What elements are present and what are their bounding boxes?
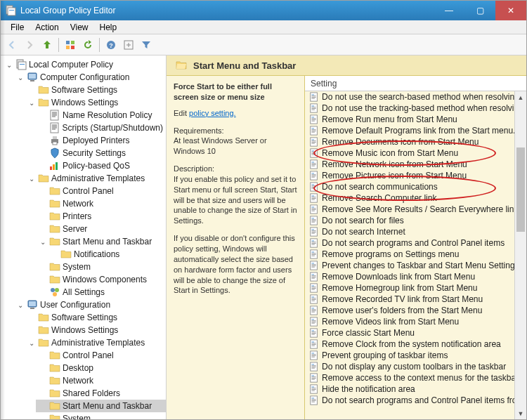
edit-policy-link[interactable]: policy setting. bbox=[189, 109, 236, 117]
expander-icon[interactable]: ⌄ bbox=[27, 339, 36, 347]
expander-icon[interactable]: ⌄ bbox=[16, 301, 25, 309]
tree-node-cc-at[interactable]: ⌄Administrative Templates bbox=[25, 172, 166, 185]
minimize-button[interactable]: — bbox=[434, 1, 464, 20]
column-header-setting[interactable]: Setting bbox=[305, 76, 526, 91]
scroll-up-button[interactable]: ▲ bbox=[515, 91, 526, 103]
tree-pane[interactable]: ⌄Local Computer Policy⌄Computer Configur… bbox=[1, 55, 167, 419]
tree-node-cc[interactable]: ⌄Computer Configuration bbox=[13, 71, 166, 84]
setting-item[interactable]: Remove Network icon from Start Menu bbox=[305, 159, 526, 170]
tree-node-root[interactable]: ⌄Local Computer Policy bbox=[2, 58, 166, 71]
tree-label: Start Menu and Taskbar bbox=[63, 401, 152, 411]
tree-node-uc-at-4[interactable]: Start Menu and Taskbar bbox=[36, 400, 166, 412]
setting-item[interactable]: Do not use the tracking-based method whe… bbox=[305, 103, 526, 114]
setting-item[interactable]: Prevent changes to Taskbar and Start Men… bbox=[305, 260, 526, 271]
tree-node-cc-at-0[interactable]: Control Panel bbox=[36, 185, 166, 197]
tree-node-cc-at-7[interactable]: All Settings bbox=[36, 286, 166, 298]
tree-node-cc-ws-2[interactable]: Deployed Printers bbox=[36, 134, 166, 147]
expander-icon[interactable]: ⌄ bbox=[27, 174, 36, 183]
menu-view[interactable]: View bbox=[65, 21, 94, 34]
setting-item[interactable]: Do not display any custom toolbars in th… bbox=[305, 361, 526, 372]
tree-node-uc-at[interactable]: ⌄Administrative Templates bbox=[25, 336, 166, 349]
expander-icon[interactable]: ⌄ bbox=[39, 237, 47, 246]
setting-item[interactable]: Remove user's folders from the Start Men… bbox=[305, 305, 526, 316]
setting-item[interactable]: Remove See More Results / Search Everywh… bbox=[305, 204, 526, 215]
setting-item[interactable]: Remove Search Computer link bbox=[305, 192, 526, 204]
setting-item[interactable]: Remove Clock from the system notificatio… bbox=[305, 339, 526, 350]
tree-label: Server bbox=[63, 224, 87, 234]
setting-item[interactable]: Remove Homegroup link from Start Menu bbox=[305, 282, 526, 294]
policy-icon bbox=[309, 193, 319, 203]
setting-item[interactable]: Do not search for files bbox=[305, 215, 526, 226]
policy-icon bbox=[309, 373, 319, 383]
setting-item[interactable]: Remove Recorded TV link from Start Menu bbox=[305, 294, 526, 305]
menu-action[interactable]: Action bbox=[30, 21, 64, 34]
settings-list[interactable]: Setting Do not use the search-based meth… bbox=[304, 76, 526, 419]
setting-item[interactable]: Remove Default Programs link from the St… bbox=[305, 125, 526, 136]
expander-icon[interactable]: ⌄ bbox=[5, 60, 13, 69]
up-icon bbox=[41, 39, 53, 51]
maximize-button[interactable]: ▢ bbox=[464, 1, 495, 20]
computer-icon bbox=[27, 299, 38, 310]
setting-item[interactable]: Do not search programs and Control Panel… bbox=[305, 395, 526, 406]
setting-item[interactable]: Do not search Internet bbox=[305, 226, 526, 237]
setting-item[interactable]: Do not use the search-based method when … bbox=[305, 91, 526, 103]
close-button[interactable]: ✕ bbox=[495, 1, 526, 20]
menu-help[interactable]: Help bbox=[94, 21, 123, 34]
setting-item[interactable]: Remove programs on Settings menu bbox=[305, 249, 526, 260]
description-text-1: If you enable this policy and set it to … bbox=[174, 175, 297, 225]
up-button[interactable] bbox=[39, 37, 56, 53]
tree-node-uc-at-2[interactable]: Network bbox=[36, 374, 166, 387]
setting-item[interactable]: Remove Pictures icon from Start Menu bbox=[305, 170, 526, 181]
menu-file[interactable]: File bbox=[5, 21, 30, 34]
tree-node-cc-at-4[interactable]: ⌄Start Menu and Taskbar bbox=[36, 235, 166, 248]
tree-node-cc-at-2[interactable]: Printers bbox=[36, 210, 166, 223]
folder-icon bbox=[38, 173, 49, 184]
scroll-thumb[interactable] bbox=[516, 147, 525, 232]
export-button[interactable] bbox=[120, 37, 137, 53]
setting-item[interactable]: Remove access to the context menus for t… bbox=[305, 372, 526, 383]
folder-icon bbox=[49, 375, 60, 386]
setting-item[interactable]: Remove Run menu from Start Menu bbox=[305, 114, 526, 125]
help-button[interactable] bbox=[103, 37, 119, 53]
tree-node-cc-at-notif[interactable]: Notifications bbox=[47, 248, 166, 261]
tree-node-cc-ws-1[interactable]: Scripts (Startup/Shutdown) bbox=[36, 122, 166, 134]
setting-item[interactable]: Prevent grouping of taskbar items bbox=[305, 350, 526, 361]
refresh-button[interactable] bbox=[79, 37, 96, 53]
setting-item[interactable]: Do not search communications bbox=[305, 181, 526, 192]
setting-item[interactable]: Remove Music icon from Start Menu bbox=[305, 147, 526, 159]
tree-node-cc-ws-4[interactable]: Policy-based QoS bbox=[36, 159, 166, 172]
tree-node-cc-ws-0[interactable]: Name Resolution Policy bbox=[36, 109, 166, 122]
folder-icon bbox=[49, 274, 60, 285]
show-hide-button[interactable] bbox=[62, 37, 79, 53]
tree-node-cc-at-5[interactable]: System bbox=[36, 261, 166, 273]
tree-node-uc-at-5[interactable]: System bbox=[36, 412, 166, 419]
tree-node-cc-ws[interactable]: ⌄Windows Settings bbox=[25, 96, 166, 109]
tree-label: Software Settings bbox=[51, 85, 117, 95]
tree-node-cc-at-6[interactable]: Windows Components bbox=[36, 273, 166, 286]
tree-node-uc-at-0[interactable]: Control Panel bbox=[36, 349, 166, 362]
qos-icon bbox=[49, 160, 60, 171]
setting-item[interactable]: Remove Videos link from Start Menu bbox=[305, 316, 526, 327]
setting-item[interactable]: Force classic Start Menu bbox=[305, 327, 526, 339]
tree-node-uc-at-3[interactable]: Shared Folders bbox=[36, 387, 166, 400]
tree-label: Security Settings bbox=[63, 148, 126, 158]
scroll-down-button[interactable]: ▼ bbox=[515, 407, 526, 419]
filter-button[interactable] bbox=[138, 37, 155, 53]
tree-node-cc-sw[interactable]: Software Settings bbox=[25, 84, 166, 96]
expander-icon[interactable]: ⌄ bbox=[27, 98, 36, 107]
tree-node-cc-at-3[interactable]: Server bbox=[36, 223, 166, 235]
folder-icon bbox=[49, 185, 60, 197]
tree-node-uc-sw[interactable]: Software Settings bbox=[25, 311, 166, 324]
expander-icon[interactable]: ⌄ bbox=[16, 73, 25, 81]
setting-item[interactable]: Remove Downloads link from Start Menu bbox=[305, 271, 526, 282]
tree-node-uc[interactable]: ⌄User Configuration bbox=[13, 298, 166, 311]
tree-node-cc-ws-3[interactable]: Security Settings bbox=[36, 147, 166, 159]
tree-node-cc-at-1[interactable]: Network bbox=[36, 197, 166, 210]
setting-item[interactable]: Hide the notification area bbox=[305, 383, 526, 395]
setting-item[interactable]: Do not search programs and Control Panel… bbox=[305, 237, 526, 249]
tree-node-uc-at-1[interactable]: Desktop bbox=[36, 362, 166, 374]
vertical-scrollbar[interactable]: ▲ ▼ bbox=[514, 91, 526, 419]
setting-item[interactable]: Remove Documents icon from Start Menu bbox=[305, 136, 526, 147]
content-header: Start Menu and Taskbar bbox=[167, 55, 526, 76]
tree-node-uc-ws[interactable]: Windows Settings bbox=[25, 324, 166, 336]
